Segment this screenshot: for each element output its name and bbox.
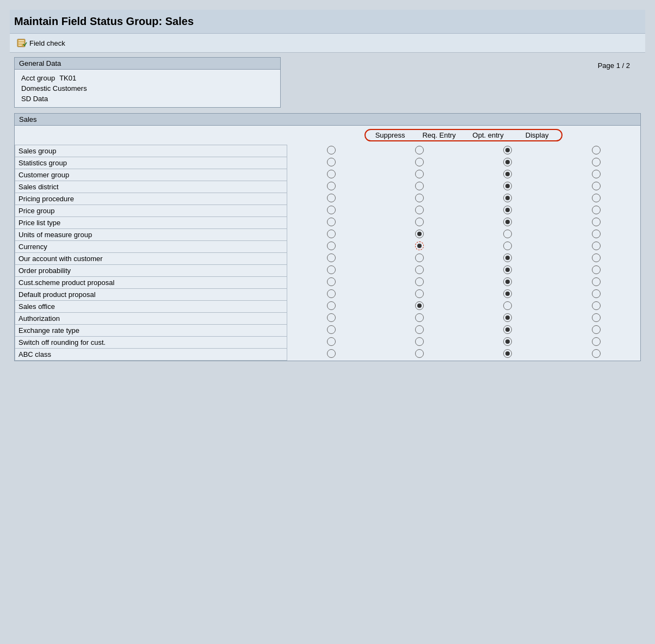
radio-unselected[interactable] [327,325,336,334]
radio-opt_entry[interactable] [464,181,552,193]
radio-suppress[interactable] [287,336,375,348]
radio-selected[interactable] [503,313,512,322]
radio-unselected[interactable] [415,253,424,262]
radio-req_entry[interactable] [375,145,464,157]
radio-selected[interactable] [503,289,512,298]
radio-opt_entry[interactable] [464,169,552,181]
radio-suppress[interactable] [287,288,375,300]
radio-req_entry[interactable] [375,205,464,216]
radio-unselected[interactable] [327,230,336,238]
radio-unselected[interactable] [503,230,512,238]
radio-selected[interactable] [503,349,512,358]
radio-opt_entry[interactable] [464,216,552,228]
radio-req_entry[interactable] [375,288,464,300]
radio-req_entry[interactable] [375,276,464,288]
radio-opt_entry[interactable] [464,157,552,169]
radio-opt_entry[interactable] [464,324,552,336]
radio-display[interactable] [552,336,640,348]
radio-req_entry[interactable] [375,336,464,348]
radio-req_entry[interactable] [375,240,464,252]
radio-display[interactable] [552,193,640,205]
radio-display[interactable] [552,312,640,324]
radio-selected[interactable] [503,194,512,202]
radio-unselected[interactable] [327,242,336,250]
radio-selected[interactable] [415,230,424,238]
radio-unselected[interactable] [592,242,601,250]
radio-suppress[interactable] [287,193,375,205]
radio-unselected[interactable] [415,206,424,214]
field-check-button[interactable]: Field check [14,36,67,49]
radio-req_entry[interactable] [375,228,464,240]
radio-display[interactable] [552,264,640,276]
radio-display[interactable] [552,276,640,288]
radio-opt_entry[interactable] [464,252,552,264]
radio-opt_entry[interactable] [464,276,552,288]
radio-display[interactable] [552,252,640,264]
radio-display[interactable] [552,348,640,360]
radio-display[interactable] [552,216,640,228]
radio-opt_entry[interactable] [464,312,552,324]
radio-display[interactable] [552,145,640,157]
radio-unselected[interactable] [592,313,601,322]
radio-unselected[interactable] [592,158,601,166]
radio-selected[interactable] [503,146,512,154]
radio-unselected[interactable] [327,218,336,226]
radio-opt_entry[interactable] [464,336,552,348]
radio-suppress[interactable] [287,228,375,240]
radio-unselected[interactable] [327,182,336,190]
radio-unselected[interactable] [415,194,424,202]
radio-unselected[interactable] [327,337,336,346]
radio-display[interactable] [552,240,640,252]
radio-opt_entry[interactable] [464,228,552,240]
radio-suppress[interactable] [287,157,375,169]
radio-unselected[interactable] [503,301,512,310]
radio-opt_entry[interactable] [464,145,552,157]
radio-unselected[interactable] [327,146,336,154]
radio-unselected[interactable] [592,206,601,214]
radio-selected[interactable] [503,325,512,334]
radio-opt_entry[interactable] [464,348,552,360]
radio-opt_entry[interactable] [464,264,552,276]
radio-selected[interactable] [503,265,512,274]
radio-selected[interactable] [503,337,512,346]
radio-suppress[interactable] [287,300,375,312]
radio-opt_entry[interactable] [464,205,552,216]
radio-suppress[interactable] [287,264,375,276]
radio-unselected[interactable] [327,206,336,214]
radio-req_entry[interactable] [375,324,464,336]
radio-suppress[interactable] [287,240,375,252]
radio-req_entry[interactable] [375,181,464,193]
radio-selected[interactable] [503,158,512,166]
radio-unselected[interactable] [592,194,601,202]
radio-unselected[interactable] [415,265,424,274]
radio-selected[interactable] [415,301,424,310]
radio-opt_entry[interactable] [464,300,552,312]
radio-selected[interactable] [503,170,512,178]
radio-unselected[interactable] [592,301,601,310]
radio-suppress[interactable] [287,145,375,157]
radio-unselected[interactable] [327,289,336,298]
radio-unselected[interactable] [415,182,424,190]
radio-selected[interactable] [503,277,512,286]
radio-unselected[interactable] [327,277,336,286]
radio-suppress[interactable] [287,324,375,336]
radio-unselected[interactable] [327,301,336,310]
radio-selected[interactable] [503,218,512,226]
radio-suppress[interactable] [287,205,375,216]
radio-unselected[interactable] [592,325,601,334]
radio-unselected[interactable] [415,349,424,358]
radio-unselected[interactable] [592,146,601,154]
radio-req_entry[interactable] [375,312,464,324]
radio-unselected[interactable] [327,253,336,262]
radio-suppress[interactable] [287,312,375,324]
radio-suppress[interactable] [287,252,375,264]
radio-suppress[interactable] [287,181,375,193]
radio-display[interactable] [552,324,640,336]
radio-req_entry[interactable] [375,193,464,205]
radio-unselected[interactable] [503,242,512,250]
radio-unselected[interactable] [592,337,601,346]
radio-selected-dashed[interactable] [415,242,424,250]
radio-display[interactable] [552,300,640,312]
radio-unselected[interactable] [327,158,336,166]
radio-unselected[interactable] [327,265,336,274]
